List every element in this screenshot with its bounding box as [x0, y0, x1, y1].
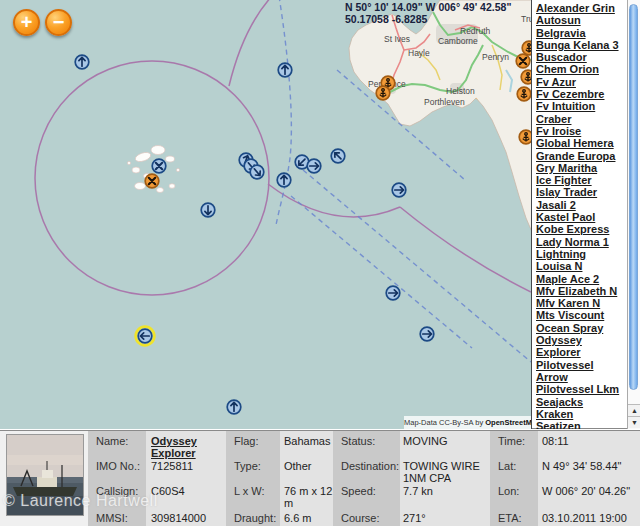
- field-label: ETA:: [498, 512, 538, 524]
- zoom-in-button[interactable]: +: [13, 9, 40, 36]
- vessel-link[interactable]: Seajacks Kraken: [536, 396, 620, 421]
- vessel-marker-arrow[interactable]: [197, 199, 219, 221]
- field-label: Type:: [234, 460, 280, 472]
- field-label: Destination:: [341, 460, 401, 472]
- vessel-link[interactable]: Fv Cezembre: [536, 88, 620, 100]
- map-town-label: Penryn: [482, 52, 509, 62]
- field-label: Name:: [96, 435, 146, 447]
- vessel-link[interactable]: Gry Maritha: [536, 162, 620, 174]
- field-value: 6.6 m: [284, 512, 334, 524]
- vessel-link[interactable]: Seatizen: [536, 420, 620, 429]
- field-value: 309814000: [151, 512, 221, 524]
- vessel-info-panel: © Laurence Hartwell Name:Odyssey Explore…: [0, 430, 640, 526]
- field-value: MOVING: [403, 435, 483, 447]
- vessel-marker-anchor[interactable]: [513, 83, 532, 105]
- map-town-label: Porthleven: [424, 97, 465, 107]
- field-value: 7.7 kn: [403, 485, 483, 497]
- vessel-link[interactable]: Belgravia: [536, 27, 620, 39]
- vessel-link[interactable]: Lady Norma 1: [536, 236, 620, 248]
- vessel-marker-arrow-selected[interactable]: [134, 325, 156, 347]
- map-town-label: Redruth: [460, 26, 490, 36]
- vessel-marker-arrow[interactable]: [327, 145, 349, 167]
- vessel-marker-arrow[interactable]: [71, 51, 93, 73]
- vessel-link[interactable]: Odyssey Explorer: [536, 334, 620, 359]
- vessel-link[interactable]: Fv Azur: [536, 76, 620, 88]
- vessel-link[interactable]: Islay Trader: [536, 186, 620, 198]
- vessel-link[interactable]: Mfv Elizabeth N: [536, 285, 620, 297]
- field-value: 08:11: [542, 435, 639, 447]
- field-label: MMSI:: [96, 512, 146, 524]
- field-label: IMO No.:: [96, 460, 146, 472]
- field-label: Time:: [498, 435, 538, 447]
- vessel-link[interactable]: Mfv Karen N: [536, 297, 620, 309]
- cursor-coordinates: N 50° 10' 14.09" W 006° 49' 42.58"50.170…: [345, 1, 511, 25]
- vessel-link[interactable]: Global Hemera: [536, 137, 620, 149]
- vessel-marker-arrow[interactable]: [416, 323, 438, 345]
- vessel-link[interactable]: Ice Fighter: [536, 174, 620, 186]
- vessel-link[interactable]: Pilotvessel Arrow: [536, 359, 620, 384]
- field-label: Lon:: [498, 485, 538, 497]
- field-label: Flag:: [234, 435, 280, 447]
- vessel-list: Alexander GrinAutosunBelgraviaBunga Kela…: [532, 0, 626, 429]
- vessel-link[interactable]: Buscador: [536, 51, 620, 63]
- field-value: 271°: [403, 512, 483, 524]
- field-value: 76 m x 12 m: [284, 485, 334, 509]
- field-value: 03.10.2011 19:00: [542, 512, 639, 524]
- vessel-link[interactable]: Ocean Spray: [536, 322, 620, 334]
- vessel-marker-anchor[interactable]: [515, 126, 532, 148]
- vessel-link[interactable]: Bunga Kelana 3: [536, 39, 620, 51]
- map-town-label: Truro: [521, 14, 532, 24]
- vessel-link[interactable]: Chem Orion: [536, 63, 620, 75]
- field-value: 7125811: [151, 460, 221, 472]
- map-attribution: Map-Data CC-By-SA by OpenStreetMap: [404, 416, 531, 429]
- field-label: Status:: [341, 435, 401, 447]
- scrollbar-thumb[interactable]: [629, 4, 638, 390]
- map-canvas[interactable]: St IvesHayleCamborneRedruthPenzanceHelst…: [0, 0, 532, 429]
- vessel-marker-anchor[interactable]: [372, 82, 394, 104]
- vessel-marker-arrow[interactable]: [274, 59, 296, 81]
- vessel-marker-arrow[interactable]: [382, 282, 404, 304]
- vessel-link[interactable]: Louisa N: [536, 260, 620, 272]
- field-value: Other: [284, 460, 334, 472]
- vessel-link[interactable]: Kobe Express: [536, 223, 620, 235]
- vessel-link[interactable]: Fv Iroise: [536, 125, 620, 137]
- vessel-link[interactable]: Alexander Grin: [536, 2, 620, 14]
- field-value: Bahamas: [284, 435, 334, 447]
- map-town-label: Hayle: [408, 48, 430, 58]
- vessel-marker-arrow[interactable]: [246, 161, 268, 183]
- field-value: W 006° 20' 04.26": [542, 485, 639, 497]
- field-value: C60S4: [151, 485, 221, 497]
- zoom-out-button[interactable]: −: [45, 9, 72, 36]
- vessel-list-sidebar: Alexander GrinAutosunBelgraviaBunga Kela…: [532, 0, 640, 429]
- vessel-marker-arrow[interactable]: [223, 396, 245, 418]
- photo-credit-watermark: © Laurence Hartwell: [3, 492, 158, 510]
- vessel-link[interactable]: Pilotvessel Lkm: [536, 383, 620, 395]
- sidebar-scrollbar[interactable]: ▲ ▼: [627, 0, 640, 429]
- field-label: Speed:: [341, 485, 401, 497]
- vessel-link[interactable]: Craber: [536, 113, 620, 125]
- vessel-marker-arrow[interactable]: [388, 179, 410, 201]
- scroll-up-button[interactable]: ▲: [628, 404, 640, 416]
- vessel-link[interactable]: Fv Intuition: [536, 100, 620, 112]
- vessel-link[interactable]: Grande Europa: [536, 150, 620, 162]
- field-label: L x W:: [234, 485, 280, 497]
- vessel-link[interactable]: Autosun: [536, 14, 620, 26]
- vessel-link[interactable]: Mts Viscount: [536, 309, 620, 321]
- map-town-label: Camborne: [438, 36, 478, 46]
- map-town-label: Helston: [446, 86, 475, 96]
- scroll-down-button[interactable]: ▼: [628, 416, 640, 428]
- vessel-link[interactable]: Maple Ace 2: [536, 273, 620, 285]
- field-label: Lat:: [498, 460, 538, 472]
- field-value: Odyssey Explorer: [151, 435, 221, 459]
- vessel-link[interactable]: Kastel Paol: [536, 211, 620, 223]
- field-value: N 49° 34' 58.44": [542, 460, 639, 472]
- vessel-marker-arrow[interactable]: [273, 169, 295, 191]
- vessel-link[interactable]: Jasali 2: [536, 199, 620, 211]
- field-value: TOWING WIRE 1NM CPA: [403, 460, 483, 484]
- vessel-marker-arrow[interactable]: [303, 155, 325, 177]
- field-label: Draught:: [234, 512, 280, 524]
- field-label: Course:: [341, 512, 401, 524]
- vessel-link[interactable]: Lightning: [536, 248, 620, 260]
- map-town-label: St Ives: [384, 34, 410, 44]
- vessel-marker-cross[interactable]: [141, 170, 163, 192]
